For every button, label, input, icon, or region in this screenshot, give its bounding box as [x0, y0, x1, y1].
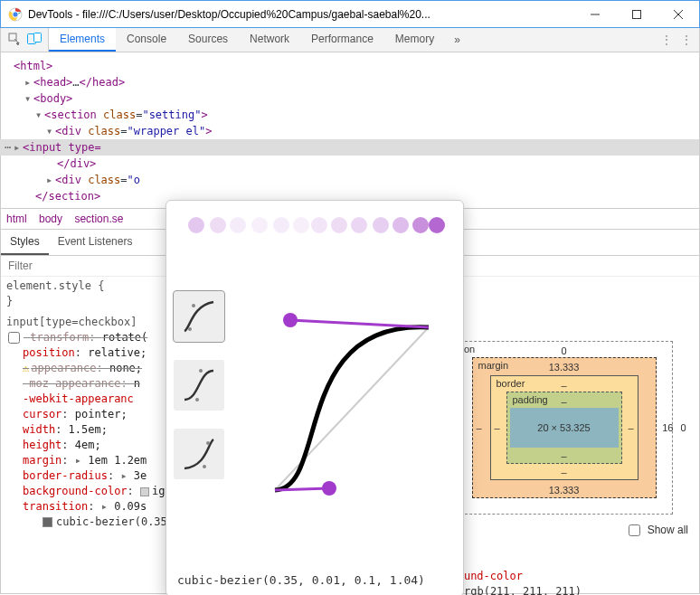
bezier-handle-p1[interactable] — [322, 481, 336, 496]
box-value: – — [491, 380, 638, 391]
subtab-styles[interactable]: Styles — [1, 230, 49, 255]
prop-name[interactable]: -moz-appearance — [23, 377, 120, 390]
devtools-tabbar: Elements Console Sources Network Perform… — [0, 28, 700, 52]
maximize-button[interactable] — [616, 1, 657, 28]
easing-dot — [331, 217, 347, 233]
prop-name[interactable]: appearance — [31, 362, 96, 374]
easing-dot — [429, 217, 445, 233]
window-title: DevTools - file:///C:/Users/user/Desktop… — [28, 8, 574, 21]
prop-name[interactable]: margin — [23, 454, 61, 467]
tab-network[interactable]: Network — [239, 28, 300, 52]
prop-name[interactable]: height — [23, 439, 61, 451]
box-content: 20 × 53.325 — [510, 408, 619, 448]
tab-console[interactable]: Console — [116, 28, 177, 52]
easing-dot — [251, 217, 268, 233]
svg-point-6 — [188, 327, 192, 331]
dom-node[interactable]: <html> — [14, 60, 52, 72]
box-value: – — [477, 422, 482, 433]
gutter-dots-icon[interactable]: ⋯ — [5, 139, 11, 156]
prop-name[interactable]: cursor — [23, 408, 61, 420]
bezier-swatch-icon[interactable] — [43, 517, 52, 527]
box-value: 0 — [457, 345, 672, 356]
prop-toggle[interactable] — [8, 332, 20, 344]
tab-sources[interactable]: Sources — [177, 28, 239, 52]
prop-value[interactable]: n — [134, 377, 140, 390]
dom-tree[interactable]: <html> ▸<head>…</head> ▾<body> ▾<section… — [1, 52, 699, 208]
inspect-icon[interactable] — [5, 33, 24, 48]
settings-menu-icon[interactable]: ⋮ — [681, 33, 692, 46]
easing-dot — [311, 217, 327, 233]
popover-tail — [171, 588, 189, 595]
box-value: 13.333 — [473, 485, 656, 496]
prop-name[interactable]: transform — [30, 331, 89, 344]
prop-name[interactable]: -webkit-appearanc — [23, 392, 134, 405]
crumb[interactable]: body — [39, 212, 62, 225]
dom-node[interactable]: <body> — [33, 92, 72, 105]
computed-properties: ▸ round-color rgb(211, 211, 211) ▸ borde… — [438, 569, 690, 595]
prop-name[interactable]: transition — [23, 500, 88, 513]
dom-selected-node[interactable]: ⋯▸<input type= — [0, 139, 699, 156]
prop-name[interactable]: background-color — [23, 485, 128, 497]
prop-value[interactable]: 0.09s — [114, 500, 147, 513]
prop-name[interactable]: position — [23, 346, 75, 359]
svg-rect-5 — [34, 33, 42, 42]
box-value: – — [507, 450, 621, 461]
filter-input[interactable] — [6, 259, 151, 273]
tab-performance[interactable]: Performance — [300, 28, 384, 52]
easing-dot — [412, 217, 429, 233]
prop-value[interactable]: relative; — [88, 346, 147, 359]
box-model[interactable]: ion0 margin 13.333 13.333 16 0 – border–… — [456, 341, 673, 515]
prop-value[interactable]: 1.5em; — [69, 423, 108, 436]
prop-value[interactable]: 3e — [134, 469, 147, 482]
color-swatch-icon[interactable] — [140, 487, 149, 496]
close-button[interactable] — [657, 1, 699, 28]
svg-point-7 — [192, 304, 195, 307]
easing-dot — [188, 217, 204, 233]
bezier-output: cubic-bezier(0.35, 0.01, 0.1, 1.04) — [177, 573, 425, 587]
warning-icon: ⚠ — [23, 362, 29, 374]
device-toggle-icon[interactable] — [24, 33, 44, 48]
prop-value[interactable]: rotate( — [102, 331, 148, 344]
tab-elements[interactable]: Elements — [49, 28, 116, 52]
preset-ease-in-out[interactable] — [174, 360, 224, 411]
prop-name[interactable]: border-radius — [23, 469, 108, 482]
prop-value[interactable]: none; — [109, 362, 142, 374]
prop-value[interactable]: 4em; — [75, 439, 101, 451]
dom-node[interactable]: div — [61, 174, 81, 186]
bezier-curve-editor[interactable] — [257, 282, 447, 508]
bezier-handle-p2[interactable] — [283, 313, 298, 327]
bezier-editor-popover[interactable]: cubic-bezier(0.35, 0.01, 0.1, 1.04) — [166, 200, 464, 595]
preset-ease-in[interactable] — [174, 429, 224, 479]
preset-ease-out[interactable] — [174, 291, 224, 342]
dom-node[interactable]: section — [51, 109, 97, 121]
svg-point-9 — [199, 369, 203, 373]
toolbar-separator: ⋮ — [661, 33, 672, 46]
dom-node[interactable]: </section> — [35, 190, 100, 203]
tabs-overflow-icon[interactable]: » — [445, 28, 469, 52]
svg-point-1 — [13, 11, 18, 16]
prop-name[interactable]: width — [23, 423, 55, 436]
box-value: 16 — [662, 422, 673, 433]
svg-point-10 — [203, 465, 206, 468]
svg-point-8 — [195, 398, 199, 401]
easing-dot — [273, 217, 289, 233]
subtab-event-listeners[interactable]: Event Listeners — [49, 230, 142, 255]
prop-value[interactable]: rgb(211, 211, 211) — [464, 585, 582, 595]
box-value: 13.333 — [473, 362, 656, 373]
box-value: – — [507, 396, 621, 407]
computed-panel: ion0 margin 13.333 13.333 16 0 – border–… — [428, 296, 699, 593]
prop-value[interactable]: pointer; — [75, 408, 128, 420]
easing-presets — [174, 291, 232, 497]
minimize-button[interactable] — [574, 1, 616, 28]
devtools-main: <html> ▸<head>…</head> ▾<body> ▾<section… — [0, 52, 700, 594]
crumb[interactable]: section.se — [74, 212, 123, 225]
svg-line-14 — [290, 320, 429, 327]
dom-node[interactable]: <head> — [33, 76, 72, 89]
dom-node[interactable]: </div> — [57, 157, 96, 170]
prop-value[interactable]: 1em 1.2em — [88, 454, 147, 467]
window-titlebar: DevTools - file:///C:/Users/user/Desktop… — [0, 0, 700, 28]
dom-node[interactable]: div — [61, 125, 81, 137]
tab-memory[interactable]: Memory — [384, 28, 445, 52]
crumb[interactable]: html — [6, 212, 27, 225]
show-all-toggle[interactable]: Show all — [625, 522, 688, 539]
